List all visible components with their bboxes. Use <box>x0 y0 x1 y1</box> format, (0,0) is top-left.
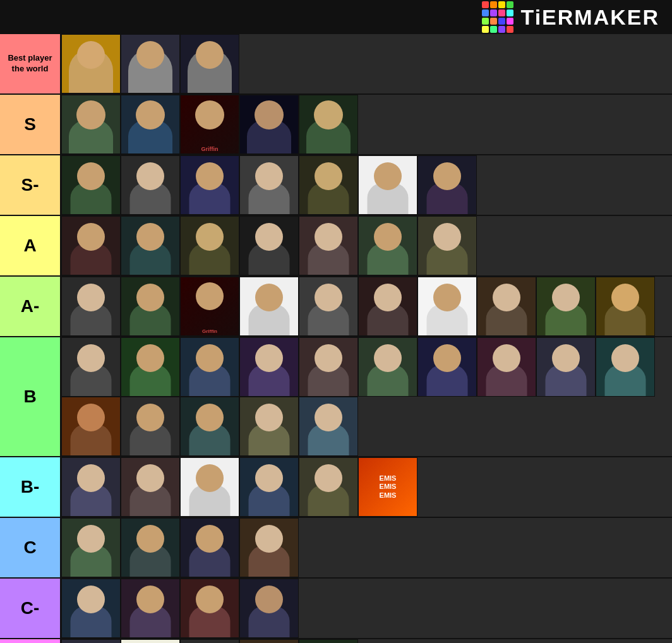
player-cell[interactable] <box>358 216 417 275</box>
tier-label-c: C <box>0 518 61 577</box>
player-cell[interactable] <box>61 95 121 154</box>
player-cell[interactable] <box>180 457 239 517</box>
player-cell[interactable] <box>299 155 358 215</box>
player-cell[interactable] <box>239 95 299 154</box>
player-cell[interactable] <box>180 155 239 215</box>
player-cell[interactable] <box>299 277 358 336</box>
player-cell[interactable] <box>121 457 180 517</box>
logo-text: TiERMAKER <box>521 5 660 30</box>
player-cell[interactable] <box>299 639 358 643</box>
player-cell[interactable] <box>417 155 477 215</box>
player-cell[interactable] <box>61 639 121 643</box>
player-cell[interactable] <box>239 397 299 456</box>
tier-row-a: A <box>0 216 672 277</box>
player-cell[interactable] <box>239 277 299 336</box>
player-cell[interactable] <box>239 337 299 397</box>
player-cell[interactable] <box>61 277 121 336</box>
player-cell[interactable] <box>477 277 536 336</box>
player-cell[interactable] <box>239 518 299 577</box>
header: TiERMAKER <box>0 0 672 34</box>
player-cell[interactable] <box>180 639 239 643</box>
tier-cells-best <box>61 34 672 93</box>
player-cell[interactable] <box>299 457 358 517</box>
player-cell[interactable] <box>61 457 121 517</box>
tier-table: Best player the world S Griffin S- <box>0 34 672 643</box>
player-cell[interactable] <box>536 277 596 336</box>
player-cell[interactable] <box>121 277 180 336</box>
player-cell[interactable] <box>121 518 180 577</box>
player-cell[interactable] <box>299 397 358 456</box>
player-cell[interactable] <box>121 216 180 275</box>
tier-label-best: Best player the world <box>0 34 61 93</box>
player-cell[interactable] <box>180 397 239 456</box>
player-cell[interactable] <box>180 518 239 577</box>
player-cell[interactable] <box>239 155 299 215</box>
player-cell[interactable] <box>180 337 239 397</box>
tier-row-c: C <box>0 518 672 579</box>
tier-label-bminus: B- <box>0 457 61 517</box>
tier-label-s: S <box>0 95 61 154</box>
player-cell[interactable] <box>596 337 655 397</box>
tier-cells-sminus <box>61 155 672 215</box>
player-cell[interactable] <box>121 639 180 643</box>
player-cell[interactable] <box>121 155 180 215</box>
tier-row-d: D <box>0 639 672 643</box>
player-cell[interactable] <box>239 579 299 638</box>
player-cell[interactable] <box>239 216 299 275</box>
player-cell[interactable] <box>299 95 358 154</box>
player-cell[interactable] <box>417 337 477 397</box>
player-cell[interactable]: Griffin <box>180 277 239 336</box>
player-cell[interactable]: Griffin <box>180 95 239 154</box>
player-cell[interactable] <box>180 579 239 638</box>
player-cell[interactable] <box>121 95 180 154</box>
player-cell[interactable] <box>417 277 477 336</box>
tier-row-bminus: B- EMISEMISEMIS <box>0 457 672 518</box>
tier-row-s: S Griffin <box>0 95 672 155</box>
player-cell[interactable] <box>61 337 121 397</box>
player-cell[interactable] <box>358 337 417 397</box>
player-cell[interactable] <box>61 34 121 93</box>
player-cell[interactable] <box>299 216 358 275</box>
player-cell[interactable] <box>61 518 121 577</box>
player-cell[interactable] <box>61 579 121 638</box>
player-cell[interactable] <box>417 216 477 275</box>
player-cell[interactable] <box>61 155 121 215</box>
player-cell[interactable] <box>61 397 121 456</box>
tier-cells-bminus: EMISEMISEMIS <box>61 457 672 517</box>
player-cell[interactable] <box>239 457 299 517</box>
tier-row-sminus: S- <box>0 155 672 216</box>
player-cell[interactable] <box>61 216 121 275</box>
player-cell[interactable] <box>121 34 180 93</box>
player-cell[interactable] <box>358 277 417 336</box>
tier-cells-a <box>61 216 672 275</box>
player-cell[interactable] <box>239 639 299 643</box>
tier-row-cminus: C- <box>0 579 672 639</box>
tier-label-cminus: C- <box>0 579 61 638</box>
tier-row-b: B <box>0 337 672 457</box>
logo-grid <box>482 1 513 33</box>
tier-cells-b <box>61 337 672 456</box>
player-cell[interactable] <box>180 216 239 275</box>
player-cell[interactable] <box>180 34 239 93</box>
player-cell[interactable] <box>121 579 180 638</box>
tier-row-best: Best player the world <box>0 34 672 95</box>
tier-cells-s: Griffin <box>61 95 672 154</box>
player-cell[interactable] <box>121 397 180 456</box>
player-cell[interactable] <box>358 155 417 215</box>
tiermaker-logo: TiERMAKER <box>482 1 660 33</box>
tier-label-a: A <box>0 216 61 275</box>
tier-label-sminus: S- <box>0 155 61 215</box>
player-cell[interactable]: EMISEMISEMIS <box>358 457 417 517</box>
player-cell[interactable] <box>121 337 180 397</box>
tier-row-aminus: A- Griffin <box>0 277 672 337</box>
tier-label-d: D <box>0 639 61 643</box>
player-cell[interactable] <box>299 337 358 397</box>
tier-cells-cminus <box>61 579 672 638</box>
tier-label-aminus: A- <box>0 277 61 336</box>
tier-cells-c <box>61 518 672 577</box>
tier-cells-aminus: Griffin <box>61 277 672 336</box>
player-cell[interactable] <box>596 277 655 336</box>
tier-label-b: B <box>0 337 61 456</box>
player-cell[interactable] <box>477 337 536 397</box>
player-cell[interactable] <box>536 337 596 397</box>
